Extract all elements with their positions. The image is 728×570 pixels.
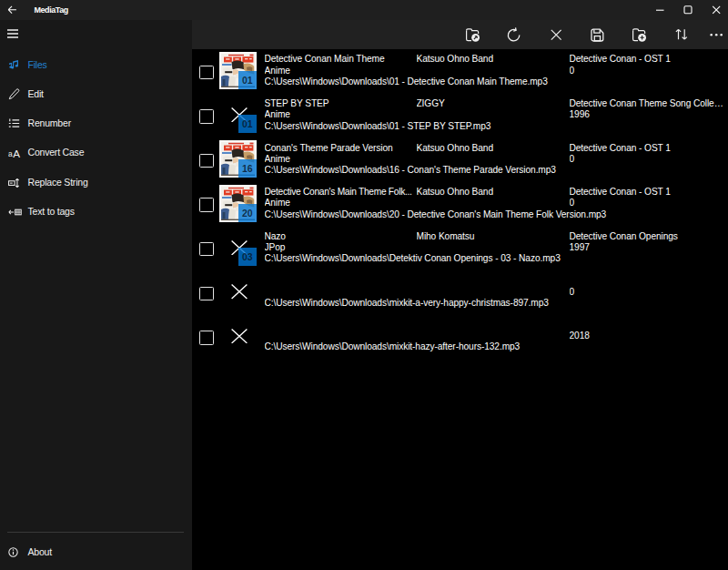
svg-text:A: A <box>13 148 20 159</box>
